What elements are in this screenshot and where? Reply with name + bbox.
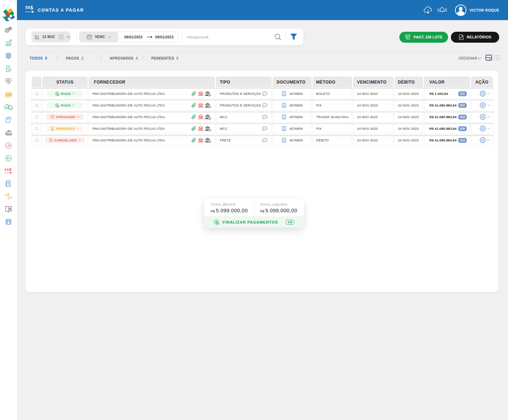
svg-text:$: $ (9, 207, 11, 211)
svg-text:$: $ (200, 128, 201, 130)
svg-text:$: $ (25, 5, 28, 10)
svg-text:$: $ (200, 139, 201, 142)
svg-text:$: $ (9, 168, 12, 172)
svg-text:$: $ (5, 168, 7, 171)
svg-text:$: $ (200, 116, 201, 119)
svg-text:$: $ (30, 5, 33, 11)
svg-text:$: $ (28, 5, 30, 10)
svg-text:$: $ (7, 168, 9, 171)
svg-text:$: $ (200, 93, 201, 96)
svg-text:$: $ (200, 104, 201, 107)
